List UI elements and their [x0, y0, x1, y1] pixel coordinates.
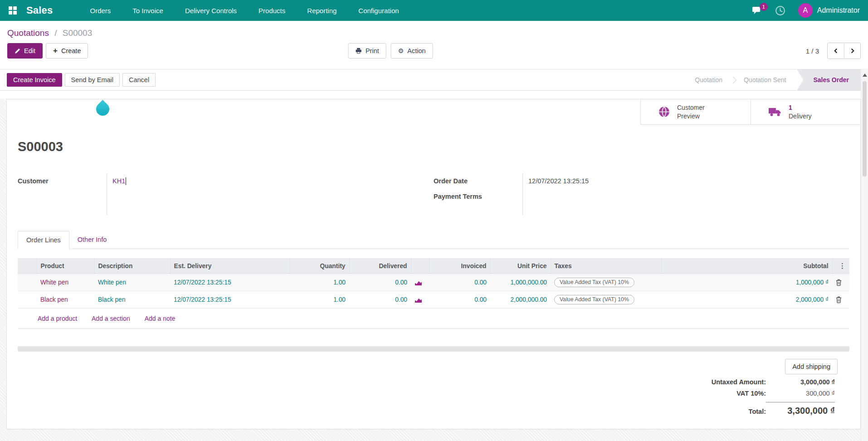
col-delivered[interactable]: Delivered	[349, 258, 411, 274]
delivery-smart-button[interactable]: 1 Delivery	[751, 99, 860, 124]
delete-button[interactable]	[836, 296, 842, 303]
order-lines-table: Product Description Est. Delivery Quanti…	[18, 258, 849, 329]
avatar: A	[798, 3, 813, 18]
messages-button[interactable]: 1	[752, 6, 762, 15]
customer-preview-button[interactable]: Customer Preview	[641, 99, 751, 124]
quantity-cell[interactable]: 1.00	[289, 291, 349, 309]
subtotal-cell[interactable]: 2,000,000 ₫	[661, 291, 832, 309]
scroll-up-icon[interactable]	[863, 74, 867, 77]
add-note-link[interactable]: Add a note	[145, 315, 176, 322]
app-brand[interactable]: Sales	[26, 5, 53, 16]
untaxed-amount-label: Untaxed Amount:	[712, 378, 766, 386]
nav-item-configuration[interactable]: Configuration	[347, 7, 410, 15]
statusbar: Create Invoice Send by Email Cancel Quot…	[0, 69, 868, 91]
vertical-scrollbar[interactable]	[861, 70, 868, 441]
tab-order-lines[interactable]: Order Lines	[18, 231, 69, 249]
taxes-tag: Value Added Tax (VAT) 10%	[554, 295, 634, 304]
pager-next-button[interactable]	[844, 43, 860, 59]
send-by-email-button[interactable]: Send by Email	[65, 73, 120, 87]
table-row[interactable]: Black pen Black pen 12/07/2022 13:25:15 …	[18, 291, 849, 309]
delivery-label: Delivery	[789, 112, 812, 120]
create-button[interactable]: Create	[46, 43, 88, 59]
activity-clock-button[interactable]	[775, 5, 785, 16]
description-cell[interactable]: White pen	[94, 274, 170, 291]
description-cell[interactable]: Black pen	[94, 291, 170, 309]
quantity-cell[interactable]: 1.00	[289, 274, 349, 291]
col-invoiced[interactable]: Invoiced	[429, 258, 490, 274]
apps-menu-button[interactable]	[8, 6, 17, 15]
status-step-quotation[interactable]: Quotation	[684, 69, 733, 90]
status-step-quotation-sent[interactable]: Quotation Sent	[733, 69, 797, 90]
user-menu[interactable]: A Administrator	[798, 3, 860, 18]
smart-button-box: Customer Preview 1 Delivery	[640, 99, 860, 125]
nav-item-delivery-controls[interactable]: Delivery Controls	[174, 7, 248, 15]
delete-button[interactable]	[836, 279, 842, 286]
optional-columns-icon[interactable]	[839, 262, 846, 270]
col-taxes[interactable]: Taxes	[551, 258, 661, 274]
invoiced-cell[interactable]: 0.00	[429, 291, 490, 309]
unit-price-cell[interactable]: 1,000,000.00	[490, 274, 551, 291]
customer-label: Customer	[18, 173, 107, 189]
col-product[interactable]: Product	[37, 258, 94, 274]
delivered-cell[interactable]: 0.00	[349, 291, 411, 309]
status-steps: Quotation Quotation Sent Sales Order	[684, 69, 861, 90]
horizontal-scrollbar[interactable]	[18, 346, 849, 352]
nav-item-to-invoice[interactable]: To Invoice	[122, 7, 174, 15]
delete-cell	[832, 291, 849, 309]
col-subtotal[interactable]: Subtotal	[661, 258, 832, 274]
pager-counter: 1 / 3	[806, 47, 819, 55]
add-shipping-button[interactable]: Add shipping	[785, 359, 838, 374]
taxes-cell[interactable]: Value Added Tax (VAT) 10%	[551, 291, 661, 309]
est-delivery-cell[interactable]: 12/07/2022 13:25:15	[170, 274, 289, 291]
delivery-count: 1	[789, 103, 812, 112]
product-cell[interactable]: White pen	[37, 274, 94, 291]
edit-button[interactable]: Edit	[7, 43, 43, 59]
pager-prev-button[interactable]	[828, 43, 844, 59]
delivered-cell[interactable]: 0.00	[349, 274, 411, 291]
drag-handle-cell	[18, 291, 37, 309]
nav-item-products[interactable]: Products	[248, 7, 296, 15]
chevron-left-icon	[834, 48, 839, 54]
control-panel: Edit Create Print Action 1 / 3	[0, 39, 868, 65]
tab-other-info[interactable]: Other Info	[69, 231, 115, 249]
nav-item-orders[interactable]: Orders	[79, 7, 122, 15]
forecast-chart-icon[interactable]	[414, 297, 422, 303]
customer-value[interactable]: KH1	[112, 177, 125, 185]
forecast-chart-icon[interactable]	[414, 280, 422, 286]
add-section-link[interactable]: Add a section	[92, 315, 130, 322]
breadcrumb-parent-link[interactable]: Quotations	[7, 28, 49, 38]
col-forecast	[411, 258, 429, 274]
col-unit-price[interactable]: Unit Price	[490, 258, 551, 274]
product-cell[interactable]: Black pen	[37, 291, 94, 309]
action-button[interactable]: Action	[391, 43, 433, 59]
add-line-row: Add a product Add a section Add a note	[18, 309, 849, 329]
forecast-cell	[411, 274, 429, 291]
status-step-sales-order: Sales Order	[797, 69, 861, 90]
col-quantity[interactable]: Quantity	[289, 258, 349, 274]
taxes-cell[interactable]: Value Added Tax (VAT) 10%	[551, 274, 661, 291]
print-button[interactable]: Print	[348, 43, 386, 59]
subtotal-cell[interactable]: 1,000,000 ₫	[661, 274, 832, 291]
totals-area: Add shipping Untaxed Amount: 3,000,000 ₫…	[18, 359, 849, 416]
gear-icon	[398, 47, 404, 54]
text-cursor	[126, 177, 126, 185]
breadcrumb-separator: /	[54, 28, 57, 38]
col-description[interactable]: Description	[94, 258, 170, 274]
unit-price-cell[interactable]: 2,000,000.00	[490, 291, 551, 309]
total-label: Total:	[749, 408, 766, 415]
est-delivery-cell[interactable]: 12/07/2022 13:25:15	[170, 291, 289, 309]
add-product-link[interactable]: Add a product	[38, 315, 77, 322]
create-invoice-button[interactable]: Create Invoice	[7, 73, 62, 87]
sheet: Customer Preview 1 Delivery S00003 Custo…	[6, 99, 861, 429]
cancel-button[interactable]: Cancel	[122, 73, 156, 87]
invoiced-cell[interactable]: 0.00	[429, 274, 490, 291]
scrollbar-thumb[interactable]	[863, 81, 867, 176]
clock-icon	[775, 5, 785, 16]
pencil-icon	[15, 48, 20, 54]
vat-row: VAT 10%: 300,000 ₫	[736, 390, 835, 397]
nav-item-reporting[interactable]: Reporting	[296, 7, 347, 15]
payment-terms-value[interactable]	[528, 189, 849, 204]
table-row[interactable]: White pen White pen 12/07/2022 13:25:15 …	[18, 274, 849, 291]
order-date-value: 12/07/2022 13:25:15	[528, 173, 849, 189]
col-est-delivery[interactable]: Est. Delivery	[170, 258, 289, 274]
